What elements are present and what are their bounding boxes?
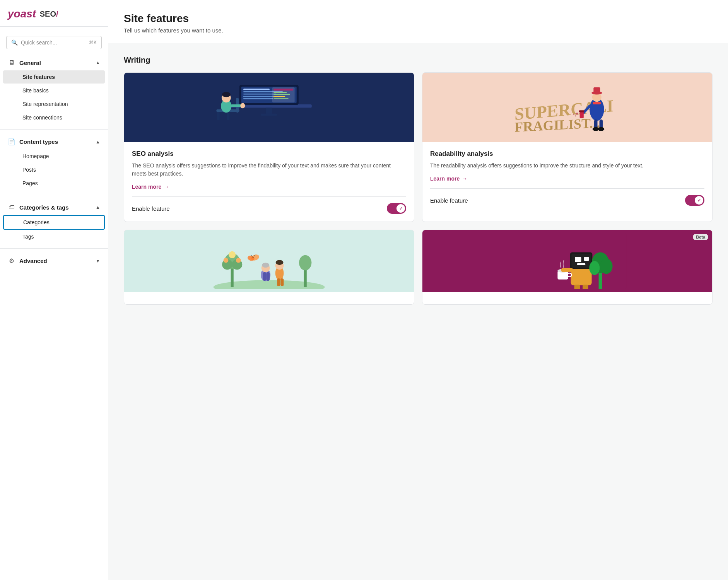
sidebar-item-homepage[interactable]: Homepage	[3, 150, 105, 163]
general-chevron-icon: ▲	[96, 60, 100, 65]
arrow-right-icon: →	[164, 184, 169, 190]
sidebar-item-site-representation[interactable]: Site representation	[3, 97, 105, 111]
seo-toggle-knob: ✓	[396, 204, 405, 213]
nav-content-types-section: 📄 Content types ▲ Homepage Posts Pages	[0, 131, 108, 193]
svg-rect-73	[584, 257, 589, 261]
svg-rect-15	[273, 98, 288, 99]
categories-tags-label: Categories & tags	[19, 204, 69, 211]
card-4-illustration	[451, 233, 683, 289]
sidebar-item-categories[interactable]: Categories	[3, 215, 105, 230]
content-types-chevron-icon: ▲	[96, 139, 100, 145]
card-3-body	[124, 292, 414, 304]
nav-content-types-header-left: 📄 Content types	[8, 138, 58, 145]
nav-general-header[interactable]: 🖥 General ▲	[0, 55, 108, 70]
sidebar-item-tags[interactable]: Tags	[3, 230, 105, 243]
nav-general-section: 🖥 General ▲ Site features Site basics Si…	[0, 52, 108, 128]
search-section: 🔍 Quick search... ⌘K	[0, 27, 108, 52]
nav-divider-1	[0, 129, 108, 130]
svg-point-55	[262, 263, 270, 268]
categories-tags-chevron-icon: ▲	[96, 205, 100, 210]
svg-point-40	[575, 115, 576, 116]
page-header: Site features Tell us which features you…	[108, 0, 728, 43]
content-types-icon: 📄	[8, 138, 15, 145]
check-icon-2: ✓	[697, 198, 701, 203]
svg-point-24	[241, 103, 245, 108]
svg-rect-11	[273, 89, 293, 90]
svg-rect-72	[575, 257, 581, 262]
seo-analysis-card: SEO analysis The SEO analysis offers sug…	[124, 72, 414, 222]
nav-categories-tags-section: 🏷 Categories & tags ▲ Categories Tags	[0, 197, 108, 247]
advanced-icon: ⚙	[8, 257, 15, 264]
sidebar-item-pages[interactable]: Pages	[3, 177, 105, 190]
svg-rect-13	[273, 94, 290, 95]
svg-rect-78	[561, 268, 573, 272]
content-body: Writing	[108, 43, 728, 580]
readability-enable-row: Enable feature ✓	[430, 195, 704, 206]
nav-divider-3	[0, 248, 108, 249]
writing-section-title: Writing	[124, 56, 713, 65]
readability-learn-more[interactable]: Learn more →	[430, 176, 467, 182]
seo-analysis-toggle[interactable]: ✓	[387, 203, 406, 214]
svg-rect-5	[243, 89, 270, 90]
seo-enable-row: Enable feature ✓	[132, 203, 406, 214]
svg-rect-18	[217, 112, 220, 120]
readability-toggle[interactable]: ✓	[685, 195, 704, 206]
svg-rect-23	[231, 104, 242, 107]
feature-cards-grid: SEO analysis The SEO analysis offers sug…	[124, 72, 713, 305]
card-4-image-wrapper: Beta	[422, 230, 712, 292]
svg-rect-79	[574, 285, 580, 289]
svg-rect-19	[227, 112, 230, 120]
svg-rect-58	[277, 278, 280, 286]
logo-area: yoast SEO/	[0, 0, 108, 27]
seo-card-divider	[132, 196, 406, 197]
svg-point-84	[600, 259, 612, 274]
svg-rect-54	[266, 272, 270, 281]
seo-analysis-learn-more[interactable]: Learn more →	[132, 184, 169, 190]
readability-analysis-card: SUPERCALI FRAGILIST...	[422, 72, 713, 222]
logo-yoast-text: yoast	[8, 8, 36, 20]
sidebar-item-site-connections[interactable]: Site connections	[3, 111, 105, 124]
card-4-image	[422, 230, 712, 292]
nav-content-types-header[interactable]: 📄 Content types ▲	[0, 134, 108, 149]
svg-point-35	[598, 127, 605, 131]
sidebar: yoast SEO/ 🔍 Quick search... ⌘K 🖥 Genera…	[0, 0, 108, 580]
logo: yoast SEO/	[8, 8, 100, 20]
card-3-illustration	[153, 233, 385, 289]
svg-point-49	[224, 258, 229, 263]
svg-rect-65	[304, 268, 307, 287]
nav-advanced-section: ⚙ Advanced ▼	[0, 250, 108, 271]
nav-categories-tags-header[interactable]: 🏷 Categories & tags ▲	[0, 200, 108, 215]
general-label: General	[19, 60, 41, 66]
svg-rect-53	[263, 272, 266, 281]
svg-rect-12	[273, 92, 287, 93]
svg-rect-59	[280, 278, 284, 286]
nav-categories-tags-header-left: 🏷 Categories & tags	[8, 204, 69, 211]
nav-advanced-header-left: ⚙ Advanced	[8, 257, 47, 264]
search-box[interactable]: 🔍 Quick search... ⌘K	[6, 36, 102, 49]
arrow-right-icon-2: →	[462, 176, 467, 182]
readability-image: SUPERCALI FRAGILIST...	[422, 73, 712, 142]
readability-card-body: Readability analysis The readability ana…	[422, 142, 712, 213]
nav-advanced-header[interactable]: ⚙ Advanced ▼	[0, 253, 108, 268]
svg-point-39	[576, 113, 578, 114]
svg-point-41	[573, 113, 574, 114]
page-title: Site features	[124, 12, 713, 25]
main-content: Site features Tell us which features you…	[108, 0, 728, 580]
check-icon: ✓	[399, 206, 403, 211]
readability-description: The readability analysis offers suggesti…	[430, 162, 704, 170]
sidebar-item-site-features[interactable]: Site features	[3, 70, 105, 84]
svg-rect-38	[579, 110, 584, 112]
svg-rect-36	[593, 102, 601, 104]
advanced-chevron-icon: ▼	[96, 258, 100, 264]
logo-slash: /	[56, 10, 58, 19]
svg-point-48	[229, 251, 236, 258]
svg-point-22	[222, 92, 231, 97]
nav-divider-2	[0, 195, 108, 195]
svg-rect-2	[261, 113, 277, 115]
card-3-image	[124, 230, 414, 292]
svg-rect-74	[577, 263, 586, 265]
seo-analysis-card-body: SEO analysis The SEO analysis offers sug…	[124, 142, 414, 222]
sidebar-item-posts[interactable]: Posts	[3, 163, 105, 176]
sidebar-item-site-basics[interactable]: Site basics	[3, 84, 105, 97]
seo-enable-label: Enable feature	[132, 205, 170, 212]
